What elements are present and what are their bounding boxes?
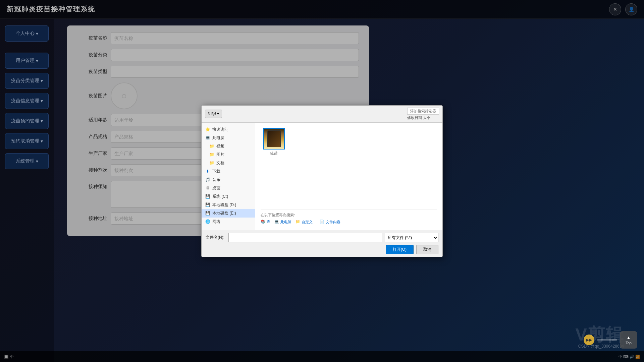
scroll-top-label: Top	[626, 341, 632, 345]
drive-e-icon: 💾	[205, 210, 210, 216]
nav-quick-access[interactable]: ⭐ 快速访问	[202, 125, 255, 134]
filetype-select[interactable]: 所有文件 (*.*)	[385, 233, 438, 242]
taskbar-ime[interactable]: 🔲 中	[4, 354, 14, 359]
nav-images[interactable]: 📁 图片	[202, 150, 255, 159]
videos-icon: 📁	[209, 143, 214, 149]
scroll-top-button[interactable]: ▲ Top	[620, 331, 637, 349]
scroll-top-arrow: ▲	[626, 335, 631, 340]
search-loc-file-content[interactable]: 📄 文件内容	[320, 220, 340, 225]
search-locations: 📚 库 💻 此电脑 📁 自定义... 📄	[261, 220, 437, 225]
library-icon: 📚	[261, 220, 265, 224]
filter-area-label: 添加搜索筛选器	[407, 108, 439, 115]
dialog-buttons: 打开(O) 取消	[206, 245, 438, 254]
nav-videos[interactable]: 📁 视频	[202, 142, 255, 150]
dialog-bottom: 文件名(N): 所有文件 (*.*) 打开(O) 取消	[202, 230, 442, 257]
ime-icon: 🔲	[4, 355, 9, 359]
search-custom-icon: 📁	[296, 220, 300, 224]
documents-icon: 📁	[209, 160, 214, 166]
nav-documents[interactable]: 📁 文档	[202, 159, 255, 167]
drive-c-icon: 💾	[205, 194, 210, 199]
search-again-area: 在以下位置再次搜索: 📚 库 💻 此电脑 📁 自定义...	[261, 209, 437, 225]
dialog-nav: ⭐ 快速访问 💻 此电脑 📁 视频 📁 图片 📁 文档	[202, 123, 255, 230]
network-icon: 🌐	[205, 219, 210, 224]
dialog-overlay: 组织 ▾ 添加搜索筛选器 修改日期 大小 ⭐ 快速访问 💻 此电脑 📁	[0, 0, 644, 362]
file-grid: 疫苗	[261, 128, 437, 207]
video-controls: ▶▶	[584, 335, 617, 345]
search-file-icon: 📄	[320, 220, 324, 224]
nav-music[interactable]: 🎵 音乐	[202, 176, 255, 184]
nav-drive-e[interactable]: 💾 本地磁盘 (E:)	[202, 209, 255, 218]
file-dialog: 组织 ▾ 添加搜索筛选器 修改日期 大小 ⭐ 快速访问 💻 此电脑 📁	[201, 105, 443, 257]
downloads-icon: ⬇	[205, 169, 210, 174]
organize-button[interactable]: 组织 ▾	[205, 110, 222, 118]
search-again-label: 在以下位置再次搜索:	[261, 213, 437, 218]
filename-input[interactable]	[228, 233, 382, 242]
taskbar-right: 中 ⌨ 🔊 📶	[619, 354, 640, 359]
filename-row: 文件名(N): 所有文件 (*.*)	[206, 233, 438, 242]
cancel-button[interactable]: 取消	[416, 245, 438, 254]
nav-this-pc[interactable]: 💻 此电脑	[202, 134, 255, 142]
vaccine-folder-image	[264, 129, 284, 149]
search-loc-this-pc[interactable]: 💻 此电脑	[274, 220, 291, 225]
drive-d-icon: 💾	[205, 202, 210, 207]
vaccine-folder-icon	[263, 128, 285, 149]
search-loc-custom[interactable]: 📁 自定义...	[296, 220, 316, 225]
dialog-body: ⭐ 快速访问 💻 此电脑 📁 视频 📁 图片 📁 文档	[202, 123, 442, 230]
search-pc-icon: 💻	[274, 220, 279, 224]
quick-access-icon: ⭐	[205, 127, 210, 132]
nav-downloads[interactable]: ⬇ 下载	[202, 167, 255, 176]
taskbar: 🔲 中 中 ⌨ 🔊 📶	[0, 351, 644, 362]
nav-desktop[interactable]: 🖥 桌面	[202, 184, 255, 192]
file-label-vaccine: 疫苗	[270, 151, 278, 156]
dialog-toolbar: 组织 ▾ 添加搜索筛选器 修改日期 大小	[202, 106, 442, 123]
filter-area: 添加搜索筛选器 修改日期 大小	[407, 108, 439, 120]
filename-label: 文件名(N):	[206, 235, 226, 240]
desktop-icon: 🖥	[205, 185, 210, 191]
play-button[interactable]: ▶▶	[584, 335, 594, 345]
nav-drive-c[interactable]: 💾 系统 (C:)	[202, 192, 255, 201]
file-item-vaccine[interactable]: 疫苗	[261, 128, 287, 207]
nav-network[interactable]: 🌐 网络	[202, 218, 255, 226]
open-button[interactable]: 打开(O)	[386, 245, 414, 254]
this-pc-icon: 💻	[205, 135, 210, 140]
progress-bar	[597, 339, 617, 341]
music-icon: 🎵	[205, 177, 210, 182]
images-icon: 📁	[209, 152, 214, 157]
search-loc-library[interactable]: 📚 库	[261, 220, 270, 225]
dialog-content-area: 疫苗 在以下位置再次搜索: 📚 库 💻 此电脑	[255, 123, 442, 230]
filter-options: 修改日期 大小	[407, 115, 439, 120]
nav-drive-d[interactable]: 💾 本地磁盘 (D:)	[202, 201, 255, 209]
